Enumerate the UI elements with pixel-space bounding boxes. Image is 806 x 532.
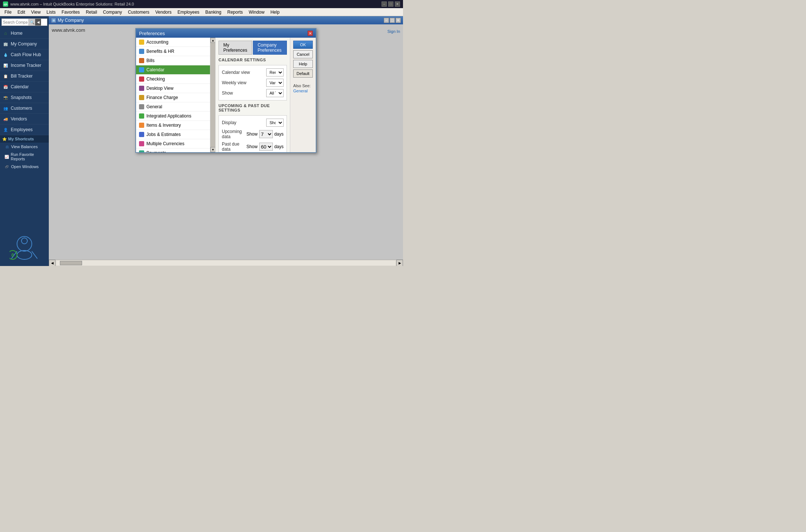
menu-retail[interactable]: Retail bbox=[83, 9, 100, 16]
pref-item-jobs-estimates[interactable]: Jobs & Estimates bbox=[136, 130, 215, 139]
search-input[interactable] bbox=[2, 20, 28, 24]
upcoming-days-select[interactable]: 7 14 30 bbox=[259, 130, 273, 138]
pref-item-checking[interactable]: Checking bbox=[136, 75, 215, 84]
sidebar-item-open-windows[interactable]: 🗗 Open Windows bbox=[0, 163, 49, 171]
past-due-days-select[interactable]: 30 60 90 bbox=[259, 143, 273, 151]
sidebar-item-bill-tracker[interactable]: 📋 Bill Tracker bbox=[0, 71, 49, 82]
tab-my-preferences[interactable]: My Preferences bbox=[219, 41, 252, 55]
preferences-close-button[interactable]: ✕ bbox=[308, 31, 313, 36]
pref-item-benefits-hr[interactable]: Benefits & HR bbox=[136, 47, 215, 56]
menu-help[interactable]: Help bbox=[267, 9, 282, 16]
sidebar-item-customers[interactable]: 👥 Customers bbox=[0, 103, 49, 114]
search-area: 🔍 ◀ bbox=[0, 16, 49, 28]
scroll-down-button[interactable]: ▼ bbox=[210, 147, 216, 152]
sidebar-label-open-windows: Open Windows bbox=[11, 164, 39, 169]
minimize-button[interactable]: – bbox=[382, 1, 387, 7]
cash-flow-icon: 💧 bbox=[2, 51, 9, 58]
pref-item-bills[interactable]: Bills bbox=[136, 56, 215, 65]
preferences-title: Preferences bbox=[139, 31, 165, 36]
scroll-right-button[interactable]: ▶ bbox=[396, 260, 403, 266]
menu-window[interactable]: Window bbox=[246, 9, 268, 16]
menu-company[interactable]: Company bbox=[100, 9, 125, 16]
sidebar-label-view-balances: View Balances bbox=[11, 144, 38, 149]
mascot-image: 0 bbox=[10, 233, 39, 262]
menu-file[interactable]: File bbox=[1, 9, 14, 16]
sidebar-item-run-reports[interactable]: 📈 Run Favorite Reports bbox=[0, 151, 49, 163]
display-select[interactable]: Show Hide bbox=[266, 119, 284, 127]
my-shortcuts-section[interactable]: ⭐ My Shortcuts bbox=[0, 135, 49, 143]
search-arrow-button[interactable]: ◀ bbox=[35, 19, 41, 25]
upcoming-days-label: days bbox=[274, 132, 284, 137]
past-due-data-row: Past due data Show 30 60 90 days bbox=[222, 141, 284, 152]
window-controls[interactable]: – □ ✕ bbox=[382, 1, 400, 7]
menu-employees[interactable]: Employees bbox=[175, 9, 202, 16]
search-button[interactable]: 🔍 bbox=[28, 19, 35, 25]
sidebar-item-home[interactable]: ⌂ Home bbox=[0, 28, 49, 39]
pref-item-finance-charge[interactable]: Finance Charge bbox=[136, 93, 215, 102]
default-button[interactable]: Default bbox=[293, 69, 313, 78]
sidebar-item-view-balances[interactable]: ⚖ View Balances bbox=[0, 143, 49, 151]
help-button[interactable]: Help bbox=[293, 60, 313, 68]
sidebar-label-snapshots: Snapshots bbox=[11, 95, 32, 100]
company-window-controls[interactable]: – □ ✕ bbox=[384, 18, 401, 23]
window-restore-icon[interactable]: ⊞ bbox=[51, 18, 56, 23]
cancel-button[interactable]: Cancel bbox=[293, 50, 313, 58]
menu-banking[interactable]: Banking bbox=[202, 9, 224, 16]
company-win-maximize[interactable]: □ bbox=[390, 18, 395, 23]
pref-item-items-inventory[interactable]: Items & Inventory bbox=[136, 121, 215, 130]
sidebar-item-vendors[interactable]: 🚚 Vendors bbox=[0, 114, 49, 125]
scroll-left-button[interactable]: ◀ bbox=[49, 260, 55, 266]
company-window-title: My Company bbox=[58, 18, 84, 23]
close-button[interactable]: ✕ bbox=[395, 1, 400, 7]
calendar-view-row: Calendar view Remember last view Day Wee… bbox=[222, 68, 284, 76]
ok-button[interactable]: OK bbox=[293, 41, 313, 49]
show-select-wrapper: All Transactions To Do Transactions bbox=[266, 89, 284, 97]
svg-text:0: 0 bbox=[11, 253, 14, 258]
sidebar-item-my-company[interactable]: 🏢 My Company bbox=[0, 39, 49, 50]
display-row: Display Show Hide bbox=[222, 119, 284, 127]
company-win-close[interactable]: ✕ bbox=[396, 18, 401, 23]
menu-edit[interactable]: Edit bbox=[14, 9, 28, 16]
also-see-general-link[interactable]: General bbox=[293, 89, 313, 93]
company-win-minimize[interactable]: – bbox=[384, 18, 389, 23]
pref-item-accounting[interactable]: Accounting bbox=[136, 38, 215, 47]
benefits-icon bbox=[139, 49, 144, 54]
sidebar-item-income-tracker[interactable]: 📊 Income Tracker bbox=[0, 60, 49, 71]
sidebar-item-employees[interactable]: 👤 Employees bbox=[0, 125, 49, 135]
pref-item-multiple-currencies[interactable]: Multiple Currencies bbox=[136, 139, 215, 149]
scroll-track[interactable] bbox=[56, 260, 396, 266]
tab-company-preferences[interactable]: Company Preferences bbox=[253, 41, 287, 55]
weekly-view-select[interactable]: Variable (5/7 days) 5 days 7 days bbox=[266, 79, 284, 87]
calendar-view-select[interactable]: Remember last view Day Week Month bbox=[266, 68, 284, 76]
menu-favorites[interactable]: Favorites bbox=[59, 9, 83, 16]
pref-item-desktop-view[interactable]: Desktop View bbox=[136, 84, 215, 93]
calendar-icon: 📅 bbox=[2, 83, 9, 90]
bottom-scrollbar[interactable]: ◀ ▶ bbox=[49, 259, 403, 266]
pref-item-general[interactable]: General bbox=[136, 102, 215, 112]
sidebar-label-vendors: Vendors bbox=[11, 116, 27, 122]
menu-vendors[interactable]: Vendors bbox=[152, 9, 175, 16]
show-select[interactable]: All Transactions To Do Transactions bbox=[266, 89, 284, 97]
company-icon: 🏢 bbox=[2, 41, 9, 47]
scroll-up-button[interactable]: ▲ bbox=[210, 38, 216, 43]
scroll-thumb[interactable] bbox=[60, 261, 82, 265]
sidebar-label-my-company: My Company bbox=[11, 41, 37, 47]
sidebar-item-calendar[interactable]: 📅 Calendar bbox=[0, 82, 49, 92]
menu-view[interactable]: View bbox=[28, 9, 44, 16]
sidebar-item-snapshots[interactable]: 📸 Snapshots bbox=[0, 92, 49, 103]
svg-point-1 bbox=[21, 238, 27, 244]
maximize-button[interactable]: □ bbox=[388, 1, 393, 7]
home-icon: ⌂ bbox=[2, 30, 9, 37]
employees-icon: 👤 bbox=[2, 126, 9, 133]
also-see-label: Also See: bbox=[293, 83, 313, 88]
menu-reports[interactable]: Reports bbox=[224, 9, 246, 16]
sidebar-item-cash-flow-hub[interactable]: 💧 Cash Flow Hub bbox=[0, 50, 49, 60]
vendors-icon: 🚚 bbox=[2, 116, 9, 122]
pref-item-integrated[interactable]: Integrated Applications bbox=[136, 112, 215, 121]
pref-item-payments[interactable]: Payments bbox=[136, 149, 215, 152]
sidebar-scrollbar[interactable]: ▲ ▼ bbox=[210, 38, 215, 152]
menu-customers[interactable]: Customers bbox=[125, 9, 152, 16]
pref-item-calendar[interactable]: Calendar bbox=[136, 65, 215, 75]
menu-lists[interactable]: Lists bbox=[44, 9, 59, 16]
calendar-settings-section: Calendar view Remember last view Day Wee… bbox=[219, 65, 287, 100]
